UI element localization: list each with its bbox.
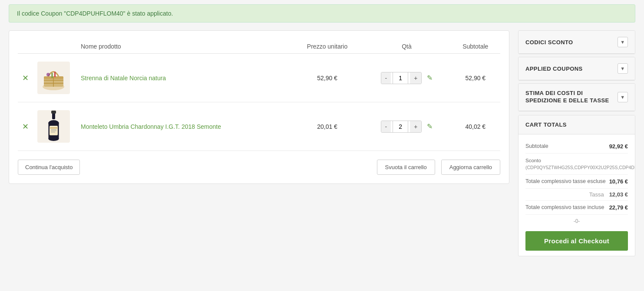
total-excl-label: Totale complessivo tasse escluse	[525, 178, 609, 184]
applied-coupons-label: APPLIED COUPONS	[525, 65, 583, 72]
svg-rect-17	[51, 131, 56, 131]
subtotal-value: 92,92 €	[609, 143, 628, 150]
totals-rows: Subtotale 92,92 € Sconto(CDP0QY5ZTWHG25S…	[519, 134, 635, 256]
remove-item-1-icon[interactable]: ✕	[22, 74, 29, 82]
cart-table: Nome prodotto Prezzo unitario Qtà Subtot…	[18, 39, 500, 151]
product-image-2	[37, 110, 70, 143]
product-name-1[interactable]: Strenna di Natale Norcia natura	[81, 75, 166, 82]
remove-item-2-icon[interactable]: ✕	[22, 122, 29, 131]
coupon-section-label: CODICI SCONTO	[525, 39, 573, 46]
total-excl-value: 10,76 €	[609, 178, 628, 185]
qty-wrapper-1: - +	[381, 72, 422, 84]
qty-plus-2[interactable]: +	[410, 121, 421, 132]
table-row: ✕	[18, 54, 500, 102]
success-banner: Il codice Coupon "CDP4DPUHFLOM40" è stat…	[9, 4, 635, 23]
col-subtotal: Subtotale	[451, 39, 500, 54]
qty-minus-2[interactable]: -	[381, 121, 391, 132]
svg-rect-7	[54, 72, 56, 77]
tassa-value: 12,03 €	[609, 191, 628, 198]
banner-message: Il codice Coupon "CDP4DPUHFLOM40" è stat…	[17, 10, 173, 17]
discount-row: Sconto(CDP0QY5ZTWHG25S,CDPPY00X2U2P25S,C…	[525, 154, 628, 175]
svg-point-13	[49, 137, 59, 141]
qty-input-2[interactable]	[393, 121, 408, 132]
sidebar: CODICI SCONTO ▼ APPLIED COUPONS ▼ STIMA …	[518, 30, 635, 256]
total-incl-label: Totale complessivo tasse incluse	[525, 204, 609, 210]
coupon-accordion: CODICI SCONTO ▼	[518, 30, 635, 54]
checkout-button[interactable]: Procedi al Checkout	[525, 231, 628, 251]
cart-section: Nome prodotto Prezzo unitario Qtà Subtot…	[9, 30, 509, 184]
coupon-chevron-icon: ▼	[618, 37, 628, 47]
svg-rect-10	[51, 111, 56, 114]
shipping-chevron-icon: ▼	[618, 92, 628, 102]
tassa-label: Tassa	[525, 191, 604, 198]
continue-shopping-button[interactable]: Continua l'acquisto	[18, 160, 80, 175]
applied-coupons-accordion: APPLIED COUPONS ▼	[518, 57, 635, 81]
table-row: ✕	[18, 102, 500, 151]
applied-coupons-header[interactable]: APPLIED COUPONS ▼	[519, 57, 635, 80]
total-incl-row: Totale complessivo tasse incluse 22,79 €	[525, 201, 628, 215]
qty-input-1[interactable]	[393, 72, 408, 84]
svg-rect-16	[51, 129, 56, 130]
product-price-2: 20,01 €	[317, 123, 337, 130]
shipping-label: STIMA DEI COSTI DI SPEDIZIONE E DELLE TA…	[525, 90, 612, 105]
product-image-1	[37, 62, 70, 94]
svg-point-8	[46, 73, 50, 76]
bottle-svg	[46, 110, 61, 143]
product-price-1: 52,90 €	[317, 75, 337, 82]
svg-rect-15	[50, 128, 57, 128]
clear-cart-button[interactable]: Svuota il carrello	[377, 160, 435, 175]
tassa-row: Tassa 12,03 €	[525, 189, 628, 201]
cart-actions: Continua l'acquisto Svuota il carrello A…	[18, 160, 500, 175]
applied-coupons-chevron-icon: ▼	[618, 63, 628, 74]
product-subtotal-2: 40,02 €	[465, 123, 485, 130]
shipping-header[interactable]: STIMA DEI COSTI DI SPEDIZIONE E DELLE TA…	[519, 84, 635, 111]
qty-wrapper-2: - +	[381, 121, 422, 133]
product-subtotal-1: 52,90 €	[465, 75, 485, 82]
basket-svg	[40, 65, 68, 91]
subtotal-row: Subtotale 92,92 €	[525, 140, 628, 154]
svg-rect-6	[51, 73, 53, 78]
edit-qty-2-icon[interactable]: ✎	[427, 122, 433, 131]
discount-label: Sconto(CDP0QY5ZTWHG25S,CDPPY00X2U2P25S,C…	[525, 157, 635, 171]
product-name-2[interactable]: Monteleto Umbria Chardonnay I.G.T. 2018 …	[81, 123, 221, 130]
col-product: Nome prodotto	[76, 39, 292, 54]
qty-minus-1[interactable]: -	[381, 72, 391, 84]
col-qty: Qtà	[363, 39, 450, 54]
cart-totals-header: CART TOTALS	[519, 115, 635, 134]
total-incl-value: 22,79 €	[609, 204, 628, 211]
cart-action-buttons-right: Svuota il carrello Aggiorna carrello	[377, 160, 500, 175]
total-excl-row: Totale complessivo tasse escluse 10,76 €	[525, 175, 628, 189]
edit-qty-1-icon[interactable]: ✎	[427, 74, 433, 82]
col-price: Prezzo unitario	[292, 39, 363, 54]
separator-text: -0-	[525, 215, 628, 228]
svg-rect-18	[51, 132, 55, 132]
subtotal-label: Subtotale	[525, 143, 609, 149]
qty-plus-1[interactable]: +	[410, 72, 421, 84]
cart-totals-box: CART TOTALS Subtotale 92,92 € Sconto(CDP…	[518, 115, 635, 256]
coupon-accordion-header[interactable]: CODICI SCONTO ▼	[519, 31, 635, 54]
shipping-accordion: STIMA DEI COSTI DI SPEDIZIONE E DELLE TA…	[518, 83, 635, 111]
main-layout: Nome prodotto Prezzo unitario Qtà Subtot…	[9, 30, 635, 256]
update-cart-button[interactable]: Aggiorna carrello	[441, 160, 500, 175]
